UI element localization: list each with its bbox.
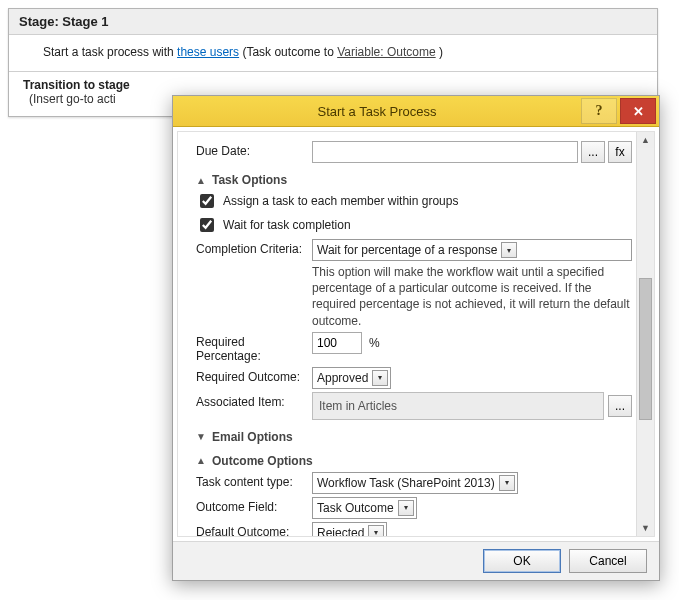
action-text-suffix: ) bbox=[436, 45, 443, 59]
action-text-prefix: Start a task process with bbox=[43, 45, 177, 59]
help-button[interactable]: ? bbox=[581, 98, 617, 124]
transition-title: Transition to stage bbox=[23, 78, 647, 92]
stage-title: Stage: Stage 1 bbox=[9, 9, 657, 35]
stage-body: Start a task process with these users (T… bbox=[9, 35, 657, 71]
these-users-link[interactable]: these users bbox=[177, 45, 239, 59]
start-task-process-dialog: Start a Task Process ? ✕ Due Date: ... f… bbox=[172, 95, 660, 131]
close-button[interactable]: ✕ bbox=[620, 98, 656, 124]
variable-outcome-link[interactable]: Variable: Outcome bbox=[337, 45, 436, 59]
dialog-title: Start a Task Process bbox=[173, 104, 581, 119]
dialog-titlebar: Start a Task Process ? ✕ bbox=[173, 96, 659, 127]
action-text-mid: (Task outcome to bbox=[239, 45, 337, 59]
